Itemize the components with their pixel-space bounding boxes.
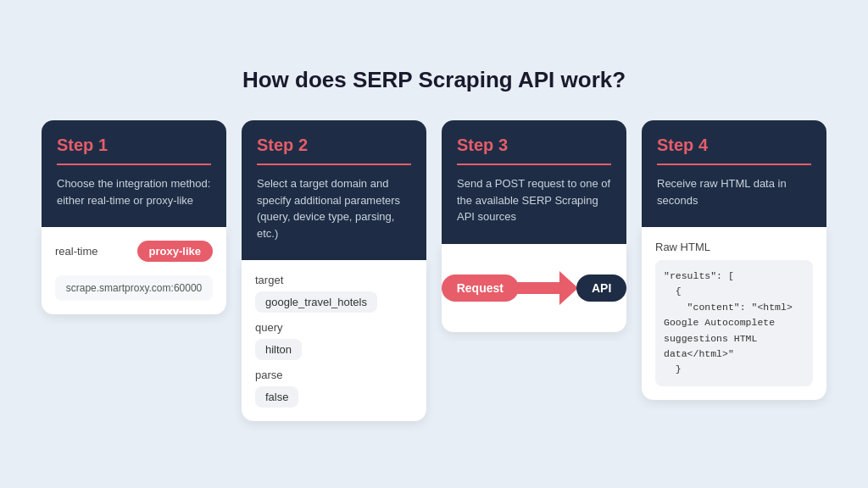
request-pill: Request xyxy=(442,274,519,302)
step-4-description: Receive raw HTML data in seconds xyxy=(657,175,811,208)
arrow-icon xyxy=(517,271,578,305)
step-3-wrapper: Step 3 Send a POST request to one of the… xyxy=(442,120,626,332)
step-1-content: real-time proxy-like scrape.smartproxy.c… xyxy=(42,227,226,314)
param-parse-label: parse xyxy=(255,369,413,381)
step-2-description: Select a target domain and specify addit… xyxy=(257,175,411,241)
api-pill: API xyxy=(576,274,626,302)
param-query-value: hilton xyxy=(255,339,302,360)
code-block: "results": [ { "content": "<html>Google … xyxy=(655,260,813,386)
step-2-wrapper: Step 2 Select a target domain and specif… xyxy=(242,120,426,421)
step-1-card: Step 1 Choose the integration method: ei… xyxy=(42,120,226,227)
param-target-label: target xyxy=(255,274,413,286)
step-3-content: Request API xyxy=(442,244,626,332)
step-3-label: Step 3 xyxy=(457,136,611,155)
step-4-content: Raw HTML "results": [ { "content": "<htm… xyxy=(642,227,826,400)
step-1-description: Choose the integration method: either re… xyxy=(57,175,211,208)
page-title: How does SERP Scraping API work? xyxy=(242,67,626,93)
step-1-options: real-time proxy-like xyxy=(55,241,213,262)
step-3-description: Send a POST request to one of the availa… xyxy=(457,175,611,225)
param-parse-value: false xyxy=(255,386,298,408)
step-4-card: Step 4 Receive raw HTML data in seconds xyxy=(642,120,826,227)
step-2-card: Step 2 Select a target domain and specif… xyxy=(242,120,426,260)
step-2-divider xyxy=(257,164,411,165)
step-1-endpoint: scrape.smartproxy.com:60000 xyxy=(55,275,213,301)
step-3-divider xyxy=(457,164,611,165)
request-flow: Request API xyxy=(455,258,613,319)
step-4-divider xyxy=(657,164,811,165)
step-4-label: Step 4 xyxy=(657,136,811,155)
step-1-divider xyxy=(57,164,211,165)
step-1-wrapper: Step 1 Choose the integration method: ei… xyxy=(42,120,226,314)
step-1-label: Step 1 xyxy=(57,136,211,155)
option-realtime: real-time xyxy=(55,245,98,258)
steps-container: Step 1 Choose the integration method: ei… xyxy=(16,120,852,421)
param-query-label: query xyxy=(255,321,413,334)
step-4-wrapper: Step 4 Receive raw HTML data in seconds … xyxy=(642,120,826,400)
step-2-content: target google_travel_hotels query hilton… xyxy=(242,260,426,421)
raw-html-label: Raw HTML xyxy=(655,241,813,253)
param-target-value: google_travel_hotels xyxy=(255,291,377,313)
option-proxylike: proxy-like xyxy=(137,241,213,262)
step-2-label: Step 2 xyxy=(257,136,411,155)
step-3-card: Step 3 Send a POST request to one of the… xyxy=(442,120,626,244)
